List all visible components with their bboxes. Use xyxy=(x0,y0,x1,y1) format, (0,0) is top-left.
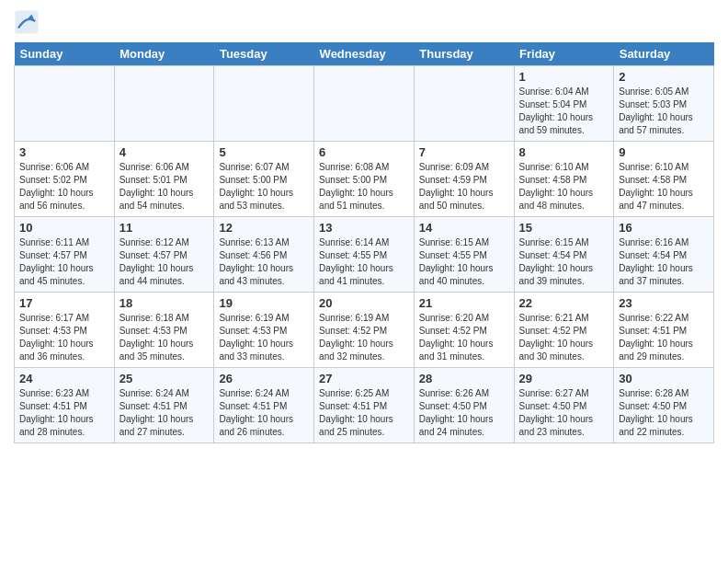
calendar-cell: 23Sunrise: 6:22 AM Sunset: 4:51 PM Dayli… xyxy=(614,293,714,368)
calendar-cell: 26Sunrise: 6:24 AM Sunset: 4:51 PM Dayli… xyxy=(214,368,314,443)
day-info: Sunrise: 6:16 AM Sunset: 4:54 PM Dayligh… xyxy=(619,236,709,288)
calendar-cell: 10Sunrise: 6:11 AM Sunset: 4:57 PM Dayli… xyxy=(15,217,115,293)
day-info: Sunrise: 6:26 AM Sunset: 4:50 PM Dayligh… xyxy=(419,387,509,439)
day-number: 5 xyxy=(219,145,309,159)
day-info: Sunrise: 6:28 AM Sunset: 4:50 PM Dayligh… xyxy=(619,387,709,439)
day-number: 3 xyxy=(19,145,109,159)
calendar-cell: 2Sunrise: 6:05 AM Sunset: 5:03 PM Daylig… xyxy=(614,66,714,142)
calendar-cell: 6Sunrise: 6:08 AM Sunset: 5:00 PM Daylig… xyxy=(314,142,415,217)
calendar-cell: 1Sunrise: 6:04 AM Sunset: 5:04 PM Daylig… xyxy=(514,66,614,142)
day-number: 10 xyxy=(19,221,109,235)
day-number: 20 xyxy=(319,296,409,310)
calendar-cell xyxy=(15,66,115,142)
calendar-cell: 17Sunrise: 6:17 AM Sunset: 4:53 PM Dayli… xyxy=(15,293,115,368)
day-info: Sunrise: 6:13 AM Sunset: 4:56 PM Dayligh… xyxy=(219,236,309,288)
calendar-cell: 25Sunrise: 6:24 AM Sunset: 4:51 PM Dayli… xyxy=(114,368,214,443)
day-info: Sunrise: 6:07 AM Sunset: 5:00 PM Dayligh… xyxy=(219,161,309,213)
logo-icon xyxy=(14,9,40,35)
day-info: Sunrise: 6:19 AM Sunset: 4:52 PM Dayligh… xyxy=(319,312,409,363)
calendar-cell: 29Sunrise: 6:27 AM Sunset: 4:50 PM Dayli… xyxy=(514,368,614,443)
calendar-table: SundayMondayTuesdayWednesdayThursdayFrid… xyxy=(14,42,714,443)
calendar-cell xyxy=(114,66,214,142)
day-info: Sunrise: 6:15 AM Sunset: 4:55 PM Dayligh… xyxy=(419,236,509,288)
page-container: SundayMondayTuesdayWednesdayThursdayFrid… xyxy=(0,0,728,453)
calendar-cell xyxy=(214,66,314,142)
calendar-cell: 22Sunrise: 6:21 AM Sunset: 4:52 PM Dayli… xyxy=(514,293,614,368)
calendar-cell: 14Sunrise: 6:15 AM Sunset: 4:55 PM Dayli… xyxy=(414,217,514,293)
calendar-cell: 3Sunrise: 6:06 AM Sunset: 5:02 PM Daylig… xyxy=(15,142,115,217)
logo xyxy=(14,9,43,35)
day-info: Sunrise: 6:10 AM Sunset: 4:58 PM Dayligh… xyxy=(619,161,709,213)
day-info: Sunrise: 6:10 AM Sunset: 4:58 PM Dayligh… xyxy=(519,161,609,213)
calendar-cell: 13Sunrise: 6:14 AM Sunset: 4:55 PM Dayli… xyxy=(314,217,415,293)
day-info: Sunrise: 6:08 AM Sunset: 5:00 PM Dayligh… xyxy=(319,161,409,213)
day-number: 11 xyxy=(119,221,210,235)
calendar-cell: 28Sunrise: 6:26 AM Sunset: 4:50 PM Dayli… xyxy=(414,368,514,443)
day-number: 12 xyxy=(219,221,309,235)
day-number: 17 xyxy=(19,296,109,310)
calendar-week-row: 1Sunrise: 6:04 AM Sunset: 5:04 PM Daylig… xyxy=(15,66,714,142)
day-info: Sunrise: 6:23 AM Sunset: 4:51 PM Dayligh… xyxy=(19,387,109,439)
day-info: Sunrise: 6:06 AM Sunset: 5:02 PM Dayligh… xyxy=(19,161,109,213)
calendar-cell: 24Sunrise: 6:23 AM Sunset: 4:51 PM Dayli… xyxy=(15,368,115,443)
weekday-header-sunday: Sunday xyxy=(15,42,115,66)
calendar-cell: 5Sunrise: 6:07 AM Sunset: 5:00 PM Daylig… xyxy=(214,142,314,217)
day-info: Sunrise: 6:19 AM Sunset: 4:53 PM Dayligh… xyxy=(219,312,309,363)
day-info: Sunrise: 6:11 AM Sunset: 4:57 PM Dayligh… xyxy=(19,236,109,288)
calendar-cell: 16Sunrise: 6:16 AM Sunset: 4:54 PM Dayli… xyxy=(614,217,714,293)
weekday-header-saturday: Saturday xyxy=(614,42,714,66)
day-number: 13 xyxy=(319,221,409,235)
calendar-cell: 18Sunrise: 6:18 AM Sunset: 4:53 PM Dayli… xyxy=(114,293,214,368)
day-number: 25 xyxy=(119,372,210,385)
day-info: Sunrise: 6:18 AM Sunset: 4:53 PM Dayligh… xyxy=(119,312,210,363)
day-number: 14 xyxy=(419,221,509,235)
day-info: Sunrise: 6:14 AM Sunset: 4:55 PM Dayligh… xyxy=(319,236,409,288)
day-info: Sunrise: 6:05 AM Sunset: 5:03 PM Dayligh… xyxy=(619,86,709,137)
calendar-cell: 20Sunrise: 6:19 AM Sunset: 4:52 PM Dayli… xyxy=(314,293,415,368)
day-info: Sunrise: 6:24 AM Sunset: 4:51 PM Dayligh… xyxy=(119,387,210,439)
day-number: 1 xyxy=(519,70,609,84)
calendar-cell xyxy=(414,66,514,142)
day-info: Sunrise: 6:09 AM Sunset: 4:59 PM Dayligh… xyxy=(419,161,509,213)
day-number: 21 xyxy=(419,296,509,310)
svg-rect-0 xyxy=(15,10,38,33)
day-number: 29 xyxy=(519,372,609,385)
calendar-cell: 4Sunrise: 6:06 AM Sunset: 5:01 PM Daylig… xyxy=(114,142,214,217)
calendar-cell: 19Sunrise: 6:19 AM Sunset: 4:53 PM Dayli… xyxy=(214,293,314,368)
calendar-cell: 15Sunrise: 6:15 AM Sunset: 4:54 PM Dayli… xyxy=(514,217,614,293)
calendar-week-row: 24Sunrise: 6:23 AM Sunset: 4:51 PM Dayli… xyxy=(15,368,714,443)
calendar-cell: 21Sunrise: 6:20 AM Sunset: 4:52 PM Dayli… xyxy=(414,293,514,368)
day-info: Sunrise: 6:20 AM Sunset: 4:52 PM Dayligh… xyxy=(419,312,509,363)
calendar-week-row: 17Sunrise: 6:17 AM Sunset: 4:53 PM Dayli… xyxy=(15,293,714,368)
day-number: 16 xyxy=(619,221,709,235)
calendar-week-row: 10Sunrise: 6:11 AM Sunset: 4:57 PM Dayli… xyxy=(15,217,714,293)
day-number: 4 xyxy=(119,145,210,159)
day-info: Sunrise: 6:15 AM Sunset: 4:54 PM Dayligh… xyxy=(519,236,609,288)
day-number: 15 xyxy=(519,221,609,235)
calendar-week-row: 3Sunrise: 6:06 AM Sunset: 5:02 PM Daylig… xyxy=(15,142,714,217)
day-number: 28 xyxy=(419,372,509,385)
page-header xyxy=(14,9,714,35)
day-info: Sunrise: 6:04 AM Sunset: 5:04 PM Dayligh… xyxy=(519,86,609,137)
day-info: Sunrise: 6:27 AM Sunset: 4:50 PM Dayligh… xyxy=(519,387,609,439)
day-number: 2 xyxy=(619,70,709,84)
day-number: 9 xyxy=(619,145,709,159)
weekday-header-monday: Monday xyxy=(114,42,214,66)
day-info: Sunrise: 6:24 AM Sunset: 4:51 PM Dayligh… xyxy=(219,387,309,439)
day-info: Sunrise: 6:17 AM Sunset: 4:53 PM Dayligh… xyxy=(19,312,109,363)
day-number: 24 xyxy=(19,372,109,385)
day-number: 23 xyxy=(619,296,709,310)
calendar-cell: 12Sunrise: 6:13 AM Sunset: 4:56 PM Dayli… xyxy=(214,217,314,293)
calendar-cell: 30Sunrise: 6:28 AM Sunset: 4:50 PM Dayli… xyxy=(614,368,714,443)
day-info: Sunrise: 6:25 AM Sunset: 4:51 PM Dayligh… xyxy=(319,387,409,439)
weekday-header-tuesday: Tuesday xyxy=(214,42,314,66)
day-info: Sunrise: 6:22 AM Sunset: 4:51 PM Dayligh… xyxy=(619,312,709,363)
day-number: 18 xyxy=(119,296,210,310)
day-number: 8 xyxy=(519,145,609,159)
day-number: 26 xyxy=(219,372,309,385)
day-number: 6 xyxy=(319,145,409,159)
weekday-header-thursday: Thursday xyxy=(414,42,514,66)
day-info: Sunrise: 6:21 AM Sunset: 4:52 PM Dayligh… xyxy=(519,312,609,363)
day-info: Sunrise: 6:06 AM Sunset: 5:01 PM Dayligh… xyxy=(119,161,210,213)
day-number: 19 xyxy=(219,296,309,310)
